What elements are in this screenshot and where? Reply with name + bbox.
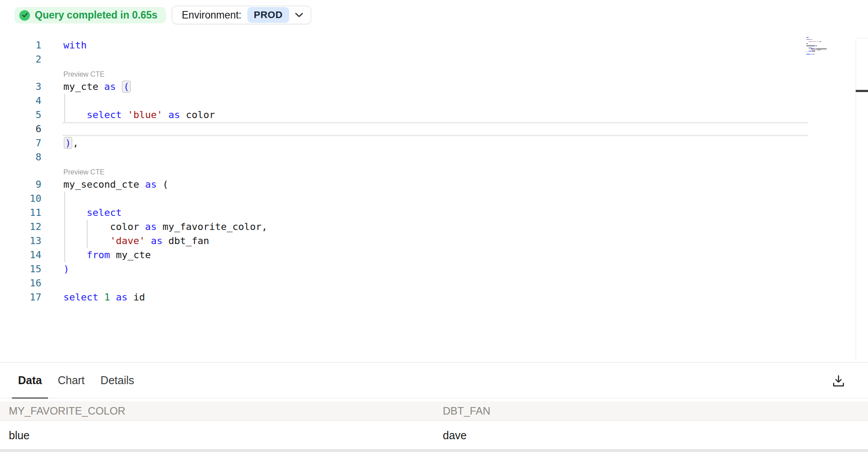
- line-number: 6: [0, 122, 41, 136]
- minimap-line: [806, 39, 833, 40]
- scrollbar-track[interactable]: [856, 38, 868, 363]
- code-line-text: 'dave' as dbt_fan: [63, 234, 209, 248]
- line-number: 5: [0, 108, 41, 122]
- minimap-line: [806, 47, 833, 48]
- code-token: (: [157, 179, 169, 190]
- code-line-text: select 1 as id: [63, 290, 145, 304]
- environment-value-badge: PROD: [247, 7, 290, 23]
- code-line[interactable]: 7),: [0, 136, 868, 150]
- code-line[interactable]: 8: [0, 150, 868, 164]
- line-number: 14: [0, 248, 41, 262]
- indent-guide: [64, 192, 65, 262]
- code-line-text: ): [63, 262, 69, 276]
- code-token: as: [145, 179, 157, 190]
- code-token: as: [145, 221, 157, 232]
- minimap-line: [806, 48, 833, 49]
- scrollbar-thumb[interactable]: [856, 90, 868, 92]
- code-line[interactable]: 9my_second_cte as (: [0, 178, 868, 192]
- column-header: MY_FAVORITE_COLOR: [0, 405, 434, 417]
- tab-data[interactable]: Data: [12, 363, 48, 398]
- line-number: 3: [0, 80, 41, 94]
- code-token: as: [116, 292, 128, 303]
- code-token: color: [63, 221, 145, 232]
- code-line[interactable]: 1with: [0, 38, 868, 52]
- line-number: 17: [0, 290, 41, 304]
- code-token: select: [87, 109, 121, 120]
- code-line[interactable]: 5 select 'blue' as color: [0, 108, 868, 122]
- code-line[interactable]: 10: [0, 192, 868, 206]
- line-number: 4: [0, 94, 41, 108]
- code-line[interactable]: 13 'dave' as dbt_fan: [0, 234, 868, 248]
- code-token: 'dave': [110, 235, 145, 246]
- code-line[interactable]: 17select 1 as id: [0, 290, 868, 304]
- code-token: as: [104, 81, 116, 92]
- line-number: 2: [0, 52, 41, 67]
- code-line-text: ),: [63, 136, 79, 150]
- code-token: color: [180, 109, 215, 120]
- line-number: 11: [0, 206, 41, 220]
- table-cell: dave: [434, 429, 868, 442]
- line-number: 1: [0, 38, 41, 52]
- line-number: 13: [0, 234, 41, 248]
- code-line-text: from my_cte: [63, 248, 151, 262]
- code-token: from: [87, 249, 110, 260]
- tab-details[interactable]: Details: [94, 363, 140, 398]
- minimap-line: [806, 52, 833, 52]
- code-token: with: [63, 40, 87, 51]
- code-line[interactable]: 6: [0, 122, 868, 136]
- code-token: select: [87, 207, 121, 218]
- minimap-line: [806, 54, 833, 55]
- preview-cte-label[interactable]: Preview CTE: [0, 67, 868, 80]
- minimap-line: [806, 50, 833, 51]
- code-line-text: my_cte as (: [63, 80, 131, 94]
- tab-chart[interactable]: Chart: [51, 363, 91, 398]
- code-area[interactable]: 1with2Preview CTE3my_cte as (45 select '…: [0, 38, 868, 304]
- line-number: 7: [0, 136, 41, 150]
- code-token: [63, 109, 87, 120]
- code-token: my_cte: [110, 249, 151, 260]
- code-token: ): [63, 263, 69, 274]
- code-token: 'blue': [128, 109, 162, 120]
- code-line[interactable]: 11 select: [0, 206, 868, 220]
- code-line[interactable]: 4: [0, 94, 868, 108]
- code-line[interactable]: 2: [0, 52, 868, 67]
- environment-selector[interactable]: Environment: PROD: [172, 6, 311, 24]
- check-circle-icon: [19, 10, 30, 21]
- minimap-line: [806, 43, 833, 44]
- preview-cte-label-text: Preview CTE: [63, 168, 104, 176]
- minimap-line: [806, 38, 833, 39]
- download-button[interactable]: [831, 374, 846, 389]
- code-line-text: select 'blue' as color: [63, 108, 215, 122]
- preview-cte-label-text: Preview CTE: [63, 70, 104, 78]
- table-cell: blue: [0, 429, 434, 442]
- top-bar: Query completed in 0.65s Environment: PR…: [0, 0, 868, 26]
- preview-cte-label[interactable]: Preview CTE: [0, 164, 868, 178]
- indent-guide: [64, 94, 65, 122]
- code-line[interactable]: 15): [0, 262, 868, 276]
- code-token: [162, 109, 168, 120]
- matched-bracket: ): [64, 137, 72, 149]
- code-line[interactable]: 3my_cte as (: [0, 80, 868, 94]
- code-token: [63, 207, 87, 218]
- code-line-text: with: [63, 38, 87, 52]
- editor-minimap[interactable]: [806, 37, 833, 55]
- sql-code-editor[interactable]: 1with2Preview CTE3my_cte as (45 select '…: [0, 26, 868, 363]
- code-token: id: [128, 292, 145, 303]
- code-line-text: my_second_cte as (: [63, 178, 168, 192]
- line-number: 15: [0, 262, 41, 276]
- results-tabs: DataChartDetails: [0, 363, 868, 398]
- code-line[interactable]: 14 from my_cte: [0, 248, 868, 262]
- minimap-line: [806, 44, 833, 45]
- code-line[interactable]: 12 color as my_favorite_color,: [0, 220, 868, 234]
- table-row: bluedave: [0, 421, 868, 450]
- line-number: 12: [0, 220, 41, 234]
- code-token: ,: [73, 137, 78, 148]
- download-icon: [832, 374, 845, 388]
- code-line[interactable]: 16: [0, 276, 868, 290]
- query-status-text: Query completed in 0.65s: [35, 9, 158, 21]
- line-number: 16: [0, 276, 41, 290]
- code-token: as: [151, 235, 163, 246]
- chevron-down-icon: [295, 12, 303, 18]
- code-token: as: [168, 109, 180, 120]
- line-number: 8: [0, 150, 41, 164]
